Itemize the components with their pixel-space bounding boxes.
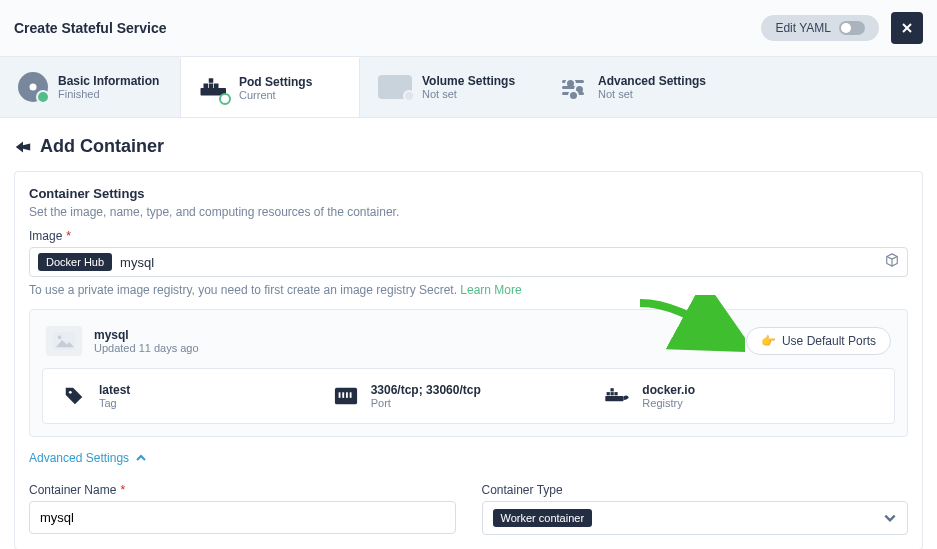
toggle-icon [839, 21, 865, 35]
svg-rect-3 [201, 88, 227, 96]
learn-more-link[interactable]: Learn More [460, 283, 521, 297]
close-icon [899, 20, 915, 36]
svg-rect-6 [209, 78, 214, 83]
svg-rect-15 [342, 392, 344, 398]
tag-value: latest [99, 383, 130, 397]
registry-value: docker.io [642, 383, 695, 397]
image-detail-row: latest Tag 3306/tcp; 33060/tcp Port [42, 368, 895, 424]
svg-rect-17 [349, 392, 351, 398]
svg-rect-19 [607, 392, 610, 395]
step-advanced-icon [558, 72, 588, 102]
step-pod-settings[interactable]: Pod Settings Current [180, 57, 360, 117]
wizard-steps: Basic Information Finished Pod Settings … [0, 57, 937, 118]
registry-label: Registry [642, 397, 695, 409]
required-asterisk: * [66, 229, 71, 243]
svg-point-10 [58, 336, 62, 340]
image-label: Image* [29, 229, 908, 243]
image-value: mysql [120, 255, 877, 270]
step-sub: Not set [598, 88, 706, 100]
svg-rect-14 [338, 392, 340, 398]
svg-rect-18 [606, 396, 624, 401]
dialog-header: Create Stateful Service Edit YAML [0, 0, 937, 57]
advanced-settings-link[interactable]: Advanced Settings [29, 451, 908, 465]
svg-rect-4 [204, 84, 209, 89]
step-title: Volume Settings [422, 74, 515, 88]
image-name: mysql [94, 328, 199, 342]
container-settings-panel: Container Settings Set the image, name, … [14, 171, 923, 549]
step-pod-icon [199, 73, 229, 103]
close-button[interactable] [891, 12, 923, 44]
svg-point-12 [69, 391, 72, 394]
svg-rect-22 [611, 388, 614, 391]
image-hint: To use a private image registry, you nee… [29, 283, 908, 297]
tag-icon [61, 383, 87, 409]
required-asterisk: * [120, 483, 125, 497]
port-value: 3306/tcp; 33060/tcp [371, 383, 481, 397]
step-advanced-settings[interactable]: Advanced Settings Not set [540, 57, 724, 117]
image-input[interactable]: Docker Hub mysql [29, 247, 908, 277]
step-volume-settings[interactable]: Volume Settings Not set [360, 57, 540, 117]
container-type-label: Container Type [482, 483, 909, 497]
svg-rect-21 [615, 392, 618, 395]
section-heading-text: Add Container [40, 136, 164, 157]
step-sub: Not set [422, 88, 515, 100]
pointing-hand-icon: 👉 [761, 334, 776, 348]
step-title: Pod Settings [239, 75, 312, 89]
image-thumbnail [46, 326, 82, 356]
step-basic-information[interactable]: Basic Information Finished [0, 57, 180, 117]
registry-chip: Docker Hub [38, 253, 112, 271]
svg-point-2 [30, 84, 37, 91]
use-default-ports-label: Use Default Ports [782, 334, 876, 348]
step-title: Advanced Settings [598, 74, 706, 88]
panel-title: Container Settings [29, 186, 908, 201]
use-default-ports-button[interactable]: 👉 Use Default Ports [746, 327, 891, 355]
step-sub: Current [239, 89, 312, 101]
container-name-input[interactable] [29, 501, 456, 534]
edit-yaml-label: Edit YAML [775, 21, 831, 35]
section-heading: Add Container [14, 136, 923, 157]
svg-marker-8 [16, 141, 30, 152]
step-sub: Finished [58, 88, 159, 100]
svg-rect-20 [611, 392, 614, 395]
container-name-label: Container Name* [29, 483, 456, 497]
image-result-card: mysql Updated 11 days ago 👉 Use Default … [29, 309, 908, 437]
edit-yaml-toggle[interactable]: Edit YAML [761, 15, 879, 41]
back-arrow-icon[interactable] [14, 138, 32, 156]
registry-icon [604, 383, 630, 409]
image-updated: Updated 11 days ago [94, 342, 199, 354]
header-actions: Edit YAML [761, 12, 923, 44]
port-label: Port [371, 397, 481, 409]
svg-rect-16 [346, 392, 348, 398]
port-icon [333, 383, 359, 409]
panel-description: Set the image, name, type, and computing… [29, 205, 908, 219]
tag-label: Tag [99, 397, 130, 409]
container-type-value: Worker container [493, 509, 593, 527]
step-basic-icon [18, 72, 48, 102]
container-type-select[interactable]: Worker container [482, 501, 909, 535]
svg-rect-5 [209, 84, 214, 89]
svg-rect-7 [214, 84, 219, 89]
step-title: Basic Information [58, 74, 159, 88]
chevron-up-icon [135, 452, 147, 464]
chevron-down-icon [883, 511, 897, 525]
cube-icon [885, 253, 899, 271]
step-volume-icon [378, 75, 412, 99]
dialog-title: Create Stateful Service [14, 20, 167, 36]
